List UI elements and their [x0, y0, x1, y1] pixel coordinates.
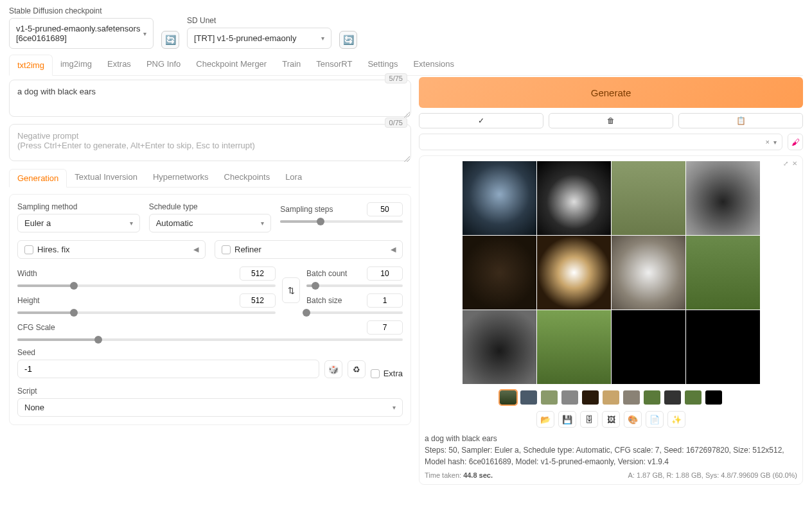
unet-label: SD Unet — [187, 16, 331, 25]
apply-button[interactable]: ✓ — [419, 113, 543, 128]
gallery-image[interactable] — [537, 161, 611, 235]
subtab-ti[interactable]: Textual Inversion — [67, 168, 145, 187]
styles-select[interactable]: ×▾ — [419, 134, 782, 150]
thumbnail[interactable] — [582, 390, 599, 405]
prompt-input[interactable]: a dog with black ears — [9, 80, 411, 117]
send-inpaint-button[interactable]: 🎨 — [624, 411, 642, 428]
caret-icon: ▾ — [773, 139, 777, 146]
grid-toggle-icon[interactable]: ⤢ — [783, 160, 788, 167]
seed-random-button[interactable]: 🎲 — [324, 360, 342, 378]
cfg-label: CFG Scale — [17, 323, 362, 332]
gallery-image[interactable] — [537, 236, 611, 310]
send-img2img-button[interactable]: 🖼 — [602, 411, 620, 428]
width-slider[interactable] — [17, 284, 276, 287]
checkpoint-refresh-button[interactable]: 🔄 — [161, 31, 179, 49]
sampling-method-select[interactable]: Euler a▾ — [17, 214, 140, 232]
generation-params: Sampling method Euler a▾ Schedule type A… — [9, 194, 411, 425]
clear-button[interactable]: 🗑 — [549, 113, 673, 128]
tab-settings[interactable]: Settings — [360, 54, 405, 75]
caret-icon: ▾ — [261, 220, 264, 227]
collapse-icon: ◀ — [193, 245, 199, 254]
upscale-button[interactable]: ✨ — [667, 411, 685, 428]
output-metadata: Steps: 50, Sampler: Euler a, Schedule ty… — [425, 444, 797, 467]
save-zip-button[interactable]: 🗄 — [580, 411, 598, 428]
gallery-image[interactable] — [686, 161, 760, 235]
tab-pnginfo[interactable]: PNG Info — [139, 54, 188, 75]
hires-label: Hires. fix — [37, 245, 70, 254]
sampling-method-label: Sampling method — [17, 202, 140, 211]
schedule-value: Automatic — [156, 218, 193, 228]
resize-handle-icon[interactable] — [403, 111, 410, 118]
width-input[interactable] — [240, 266, 276, 281]
batch-size-input[interactable] — [367, 293, 403, 308]
refiner-toggle[interactable]: Refiner ◀ — [215, 240, 403, 259]
memory-stats: A: 1.87 GB, R: 1.88 GB, Sys: 4.8/7.99609… — [628, 471, 797, 479]
thumbnail[interactable] — [623, 390, 640, 405]
height-slider[interactable] — [17, 311, 276, 314]
schedule-select[interactable]: Automatic▾ — [149, 214, 272, 232]
cfg-slider[interactable] — [17, 338, 403, 341]
batch-count-input[interactable] — [367, 266, 403, 281]
gallery-image[interactable] — [463, 236, 536, 310]
seed-input[interactable] — [17, 360, 319, 378]
seed-reuse-button[interactable]: ♻ — [348, 360, 366, 378]
tab-merger[interactable]: Checkpoint Merger — [188, 54, 274, 75]
gallery-image[interactable] — [463, 161, 536, 235]
cfg-input[interactable] — [367, 320, 403, 335]
gallery-image[interactable] — [612, 310, 685, 384]
subtab-lora[interactable]: Lora — [278, 168, 310, 187]
swap-dimensions-button[interactable]: ⇅ — [282, 277, 300, 303]
output-gallery[interactable] — [425, 161, 797, 384]
thumbnail[interactable] — [500, 390, 516, 405]
width-label: Width — [17, 269, 234, 278]
hires-checkbox[interactable] — [24, 245, 33, 254]
thumbnail[interactable] — [541, 390, 558, 405]
gallery-image[interactable] — [537, 310, 611, 384]
thumbnail[interactable] — [685, 390, 702, 405]
thumbnail[interactable] — [561, 390, 578, 405]
hires-toggle[interactable]: Hires. fix ◀ — [17, 240, 206, 259]
batch-count-slider[interactable] — [306, 284, 403, 287]
unet-dropdown[interactable]: [TRT] v1-5-pruned-emaonly ▾ — [187, 28, 331, 49]
gallery-image[interactable] — [463, 310, 536, 384]
paste-button[interactable]: 📋 — [678, 113, 803, 128]
subtab-hyper[interactable]: Hypernetworks — [145, 168, 216, 187]
thumbnail[interactable] — [603, 390, 619, 405]
thumbnail[interactable] — [520, 390, 537, 405]
checkpoint-dropdown[interactable]: v1-5-pruned-emaonly.safetensors [6ce0161… — [9, 18, 154, 49]
save-button[interactable]: 💾 — [558, 411, 576, 428]
tab-tensorrt[interactable]: TensorRT — [308, 54, 360, 75]
refiner-checkbox[interactable] — [222, 245, 231, 254]
generate-button[interactable]: Generate — [419, 77, 803, 108]
tab-extensions[interactable]: Extensions — [405, 54, 462, 75]
subtab-generation[interactable]: Generation — [9, 169, 67, 188]
thumbnail[interactable] — [644, 390, 660, 405]
gallery-image[interactable] — [686, 310, 760, 384]
extra-checkbox[interactable] — [371, 369, 380, 378]
script-select[interactable]: None▾ — [17, 398, 403, 417]
output-panel: ⤢✕ — [419, 155, 803, 485]
thumbnail[interactable] — [664, 390, 681, 405]
tab-img2img[interactable]: img2img — [53, 54, 100, 75]
unet-refresh-button[interactable]: 🔄 — [339, 31, 357, 49]
resize-handle-icon[interactable] — [403, 155, 410, 162]
height-label: Height — [17, 296, 234, 305]
subtabs: Generation Textual Inversion Hypernetwor… — [9, 168, 411, 188]
close-gallery-icon[interactable]: ✕ — [792, 160, 797, 167]
thumbnail[interactable] — [705, 390, 722, 405]
open-folder-button[interactable]: 📂 — [536, 411, 554, 428]
tab-txt2img[interactable]: txt2img — [9, 55, 53, 76]
edit-styles-button[interactable]: 🖌 — [788, 134, 803, 150]
gallery-image[interactable] — [686, 236, 760, 310]
steps-slider[interactable] — [280, 220, 403, 223]
subtab-ckpts[interactable]: Checkpoints — [216, 168, 278, 187]
height-input[interactable] — [240, 293, 276, 308]
gallery-image[interactable] — [612, 236, 685, 310]
batch-size-slider[interactable] — [306, 311, 403, 314]
steps-input[interactable] — [367, 202, 403, 216]
tab-train[interactable]: Train — [274, 54, 308, 75]
negative-prompt-input[interactable] — [9, 124, 411, 161]
send-extras-button[interactable]: 📄 — [646, 411, 664, 428]
tab-extras[interactable]: Extras — [100, 54, 139, 75]
gallery-image[interactable] — [612, 161, 685, 235]
